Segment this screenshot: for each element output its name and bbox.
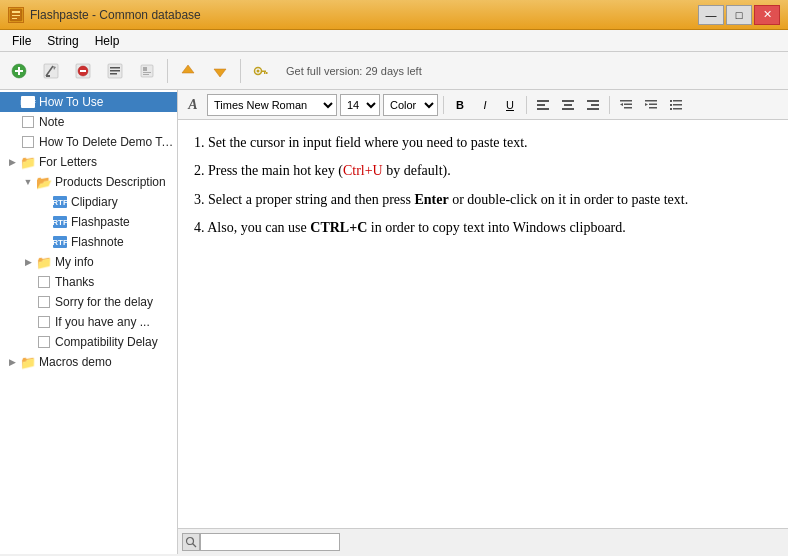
tree-item-thanks[interactable]: Thanks	[0, 272, 177, 292]
svg-rect-28	[266, 72, 268, 74]
font-name-select[interactable]: Times New Roman	[207, 94, 337, 116]
menu-file[interactable]: File	[4, 32, 39, 50]
tree-item-flashnote[interactable]: RTF Flashnote	[0, 232, 177, 252]
svg-marker-45	[645, 103, 648, 106]
white-icon-note	[20, 115, 36, 129]
hotkey-button[interactable]	[246, 56, 276, 86]
white-icon-thanks	[36, 275, 52, 289]
blue-icon-how-to-use: RTF	[20, 95, 36, 109]
search-input[interactable]	[200, 533, 340, 551]
bold-ctrl-c: CTRL+C	[310, 220, 367, 235]
tree-item-flashpaste[interactable]: RTF Flashpaste	[0, 212, 177, 232]
font-icon-button[interactable]: A	[182, 94, 204, 116]
bold-button[interactable]: B	[449, 94, 471, 116]
italic-button[interactable]: I	[474, 94, 496, 116]
font-size-select[interactable]: 14	[340, 94, 380, 116]
indent-decrease-button[interactable]	[615, 94, 637, 116]
move-up-button[interactable]	[173, 56, 203, 86]
tree-item-how-to-delete[interactable]: How To Delete Demo Text	[0, 132, 177, 152]
svg-rect-35	[587, 100, 599, 102]
white-icon-compat-delay	[36, 335, 52, 349]
blue-icon-flashnote: RTF	[52, 235, 68, 249]
expand-for-letters[interactable]: ▶	[4, 154, 20, 170]
maximize-button[interactable]: □	[726, 5, 752, 25]
white-icon-delete	[20, 135, 36, 149]
folder-icon-for-letters: 📁	[20, 155, 36, 169]
label-note: Note	[39, 115, 64, 129]
menubar: File String Help	[0, 30, 788, 52]
underline-button[interactable]: U	[499, 94, 521, 116]
import-button[interactable]	[132, 56, 162, 86]
tree-item-macros-demo[interactable]: ▶ 📁 Macros demo	[0, 352, 177, 372]
svg-marker-22	[182, 65, 194, 73]
properties-button[interactable]	[100, 56, 130, 86]
svg-rect-29	[537, 100, 549, 102]
svg-rect-13	[80, 70, 86, 72]
window-controls: — □ ✕	[698, 5, 780, 25]
white-icon-sorry	[36, 295, 52, 309]
label-macros-demo: Macros demo	[39, 355, 112, 369]
color-select[interactable]: Color	[383, 94, 438, 116]
move-down-button[interactable]	[205, 56, 235, 86]
align-center-button[interactable]	[557, 94, 579, 116]
folder-open-icon-products: 📂	[36, 175, 52, 189]
svg-rect-36	[591, 104, 599, 106]
folder-icon-my-info: 📁	[36, 255, 52, 269]
menu-help[interactable]: Help	[87, 32, 128, 50]
toolbar: Get full version: 29 days left	[0, 52, 788, 90]
svg-marker-23	[214, 69, 226, 77]
format-sep-1	[443, 96, 444, 114]
svg-rect-16	[110, 70, 120, 72]
delete-button[interactable]	[68, 56, 98, 86]
tree-item-sorry[interactable]: Sorry for the delay	[0, 292, 177, 312]
folder-icon-macros-demo: 📁	[20, 355, 36, 369]
tree-item-how-to-use[interactable]: RTF How To Use	[0, 92, 177, 112]
label-sorry: Sorry for the delay	[55, 295, 153, 309]
add-button[interactable]	[4, 56, 34, 86]
tree-item-clipdiary[interactable]: RTF Clipdiary	[0, 192, 177, 212]
tree-item-if-you-have[interactable]: If you have any ...	[0, 312, 177, 332]
expand-my-info[interactable]: ▶	[20, 254, 36, 270]
edit-button[interactable]	[36, 56, 66, 86]
tree-item-products-desc[interactable]: ▼ 📂 Products Description	[0, 172, 177, 192]
list-button[interactable]	[665, 94, 687, 116]
format-toolbar: A Times New Roman 14 Color B I U	[178, 90, 788, 120]
align-left-button[interactable]	[532, 94, 554, 116]
close-button[interactable]: ✕	[754, 5, 780, 25]
label-for-letters: For Letters	[39, 155, 97, 169]
content-text-area[interactable]: 1. Set the cursor in input field where y…	[178, 120, 788, 528]
tree-item-for-letters[interactable]: ▶ 📁 For Letters	[0, 152, 177, 172]
svg-rect-39	[624, 103, 632, 105]
tree-item-note[interactable]: ▶ Note	[0, 112, 177, 132]
svg-rect-32	[562, 100, 574, 102]
main-area: RTF How To Use ▶ Note How To Delete Demo…	[0, 90, 788, 554]
svg-rect-26	[261, 70, 266, 72]
svg-rect-49	[673, 104, 682, 106]
label-flashpaste: Flashpaste	[71, 215, 130, 229]
expand-macros-demo[interactable]: ▶	[4, 354, 20, 370]
menu-string[interactable]: String	[39, 32, 86, 50]
svg-rect-42	[645, 100, 657, 102]
content-panel: A Times New Roman 14 Color B I U	[178, 90, 788, 554]
minimize-button[interactable]: —	[698, 5, 724, 25]
label-thanks: Thanks	[55, 275, 94, 289]
toolbar-separator-2	[240, 59, 241, 83]
indent-increase-button[interactable]	[640, 94, 662, 116]
label-if-you-have: If you have any ...	[55, 315, 150, 329]
expand-products[interactable]: ▼	[20, 174, 36, 190]
align-right-button[interactable]	[582, 94, 604, 116]
status-bar	[178, 528, 788, 554]
svg-rect-21	[143, 74, 149, 75]
window-title: Flashpaste - Common database	[30, 8, 201, 22]
font-icon: A	[188, 97, 197, 113]
svg-rect-2	[12, 15, 20, 16]
label-products-desc: Products Description	[55, 175, 166, 189]
svg-rect-6	[15, 70, 23, 72]
search-icon-box[interactable]	[182, 533, 200, 551]
highlight-ctrl-u: Ctrl+U	[343, 163, 383, 178]
svg-rect-48	[670, 104, 672, 106]
svg-rect-30	[537, 104, 545, 106]
svg-rect-51	[673, 108, 682, 110]
tree-item-my-info[interactable]: ▶ 📁 My info	[0, 252, 177, 272]
tree-item-compat-delay[interactable]: Compatibility Delay	[0, 332, 177, 352]
